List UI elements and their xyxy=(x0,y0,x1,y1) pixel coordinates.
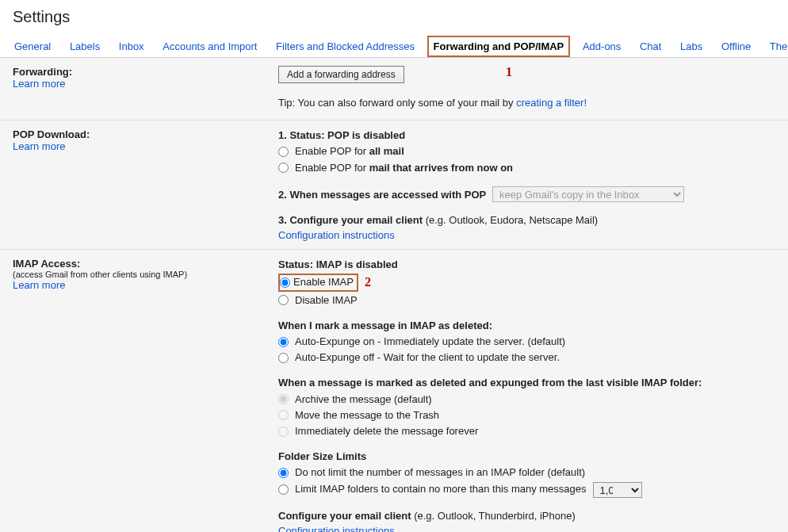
tab-themes[interactable]: Themes xyxy=(763,36,788,57)
forwarding-create-filter-link[interactable]: creating a filter! xyxy=(516,97,587,109)
imap-no-limit-radio[interactable] xyxy=(278,468,289,478)
tab-inbox[interactable]: Inbox xyxy=(113,36,151,57)
imap-auto-expunge-on-radio[interactable] xyxy=(278,337,289,347)
page-title: Settings xyxy=(0,0,788,36)
imap-enable-label: Enable IMAP xyxy=(293,275,354,289)
imap-enable-radio[interactable] xyxy=(280,277,290,288)
tab-labs[interactable]: Labs xyxy=(674,36,709,57)
pop-enable-arrives-label: Enable POP for mail that arrives from no… xyxy=(295,161,513,175)
tab-filters[interactable]: Filters and Blocked Addresses xyxy=(270,36,421,57)
section-forwarding: Forwarding: Learn more Add a forwarding … xyxy=(0,58,788,120)
imap-configure-title: Configure your email client xyxy=(278,510,414,522)
forwarding-tip-text: Tip: You can also forward only some of y… xyxy=(278,97,516,109)
imap-title: IMAP Access: xyxy=(13,258,278,270)
imap-disable-label: Disable IMAP xyxy=(295,293,358,308)
imap-auto-expunge-off-radio[interactable] xyxy=(278,353,289,363)
forwarding-title: Forwarding: xyxy=(13,66,278,78)
pop-enable-all-prefix: Enable POP for xyxy=(295,145,369,157)
imap-auto-expunge-off-label: Auto-Expunge off - Wait for the client t… xyxy=(295,350,560,365)
annotation-1: 1 xyxy=(506,65,512,79)
add-forwarding-address-button[interactable]: Add a forwarding address xyxy=(278,66,404,83)
pop-configure-suffix: (e.g. Outlook, Eudora, Netscape Mail) xyxy=(426,214,599,226)
imap-auto-expunge-on-label: Auto-Expunge on - Immediately update the… xyxy=(295,335,565,349)
pop-accessed-label: 2. When messages are accessed with POP xyxy=(278,189,486,201)
tab-accounts[interactable]: Accounts and Import xyxy=(156,36,263,57)
section-pop: POP Download: Learn more 1. Status: POP … xyxy=(0,120,788,249)
imap-no-limit-label: Do not limit the number of messages in a… xyxy=(295,465,585,480)
imap-folder-title: Folder Size Limits xyxy=(278,450,775,464)
imap-disable-radio[interactable] xyxy=(278,295,289,305)
tab-offline[interactable]: Offline xyxy=(715,36,757,57)
imap-deleted-title: When I mark a message in IMAP as deleted… xyxy=(278,319,775,333)
imap-archive-label: Archive the message (default) xyxy=(295,392,432,407)
pop-title: POP Download: xyxy=(13,128,278,140)
imap-enable-highlight: Enable IMAP xyxy=(278,274,358,291)
pop-enable-all-label: Enable POP for all mail xyxy=(295,144,404,159)
imap-delete-radio[interactable] xyxy=(278,427,289,437)
pop-enable-all-radio[interactable] xyxy=(278,147,289,157)
tab-general[interactable]: General xyxy=(8,36,57,57)
section-imap: IMAP Access: (access Gmail from other cl… xyxy=(0,249,788,532)
imap-limit-radio[interactable] xyxy=(278,484,289,495)
tab-forwarding-pop-imap[interactable]: Forwarding and POP/IMAP xyxy=(427,36,571,57)
imap-delete-label: Immediately delete the message forever xyxy=(295,424,478,438)
pop-config-instructions[interactable]: Configuration instructions xyxy=(278,229,395,241)
imap-trash-label: Move the message to the Trash xyxy=(295,408,439,423)
tab-labels[interactable]: Labels xyxy=(63,36,106,57)
imap-limit-label: Limit IMAP folders to contain no more th… xyxy=(295,482,587,496)
forwarding-learn-more[interactable]: Learn more xyxy=(13,78,65,90)
imap-configure-suffix: (e.g. Outlook, Thunderbird, iPhone) xyxy=(414,510,576,522)
imap-learn-more[interactable]: Learn more xyxy=(13,279,65,291)
settings-tabs: General Labels Inbox Accounts and Import… xyxy=(0,36,788,58)
imap-status: Status: IMAP is disabled xyxy=(278,258,775,272)
imap-trash-radio[interactable] xyxy=(278,410,289,420)
tab-addons[interactable]: Add-ons xyxy=(576,36,627,57)
pop-accessed-select[interactable]: keep Gmail's copy in the Inbox xyxy=(492,186,684,202)
pop-status: 1. Status: POP is disabled xyxy=(278,128,775,143)
imap-config-instructions[interactable]: Configuration instructions xyxy=(278,525,395,532)
imap-archive-radio[interactable] xyxy=(278,394,289,404)
settings-content: Forwarding: Learn more Add a forwarding … xyxy=(0,58,788,532)
imap-limit-select[interactable]: 1,000 xyxy=(593,482,642,498)
pop-enable-arrives-radio[interactable] xyxy=(278,163,289,173)
pop-configure-title: 3. Configure your email client xyxy=(278,214,426,226)
pop-enable-all-bold: all mail xyxy=(369,145,404,157)
tab-chat[interactable]: Chat xyxy=(633,36,668,57)
pop-arrives-bold: mail that arrives from now on xyxy=(369,162,513,174)
imap-subtitle: (access Gmail from other clients using I… xyxy=(13,270,278,279)
imap-expunged-title: When a message is marked as deleted and … xyxy=(278,376,775,390)
pop-arrives-prefix: Enable POP for xyxy=(295,162,369,174)
annotation-2: 2 xyxy=(365,274,371,291)
pop-learn-more[interactable]: Learn more xyxy=(13,140,65,152)
